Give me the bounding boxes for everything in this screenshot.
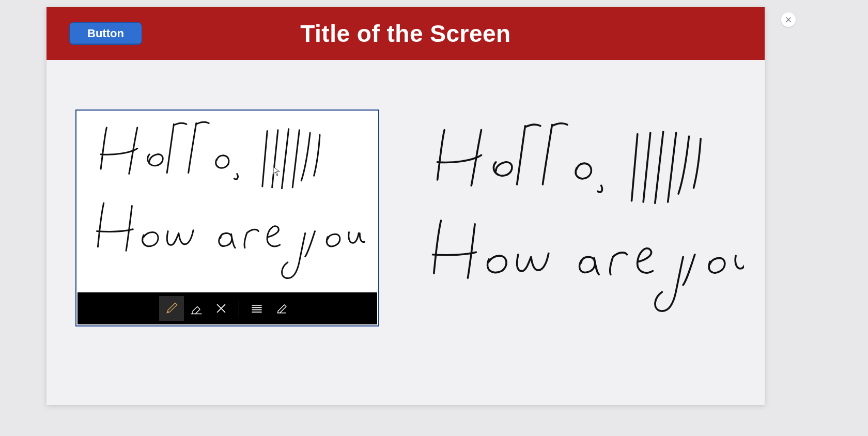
- app-root: Button Title of the Screen: [0, 0, 868, 436]
- x-icon: [214, 301, 228, 316]
- pen-icon: [164, 301, 179, 316]
- page-title: Title of the Screen: [300, 20, 510, 48]
- eraser-tool-button[interactable]: [184, 296, 209, 321]
- toolbar-divider: [239, 300, 239, 317]
- eraser-icon: [189, 301, 204, 316]
- main-panel: Button Title of the Screen: [47, 7, 765, 405]
- title-bar: Button Title of the Screen: [47, 7, 765, 60]
- signature-toolbar: [78, 292, 377, 324]
- edit-icon: [274, 301, 289, 316]
- ink-to-text-tool-button[interactable]: [269, 296, 294, 321]
- clear-tool-button[interactable]: [209, 296, 234, 321]
- close-icon: [785, 16, 792, 23]
- pen-tool-button[interactable]: [159, 296, 184, 321]
- signature-preview: [408, 110, 744, 326]
- lines-icon: [250, 301, 264, 316]
- content-area: [47, 60, 765, 405]
- signature-pad[interactable]: [75, 110, 379, 326]
- close-button[interactable]: [781, 12, 796, 27]
- header-button[interactable]: Button: [69, 22, 142, 45]
- guidelines-tool-button[interactable]: [244, 296, 269, 321]
